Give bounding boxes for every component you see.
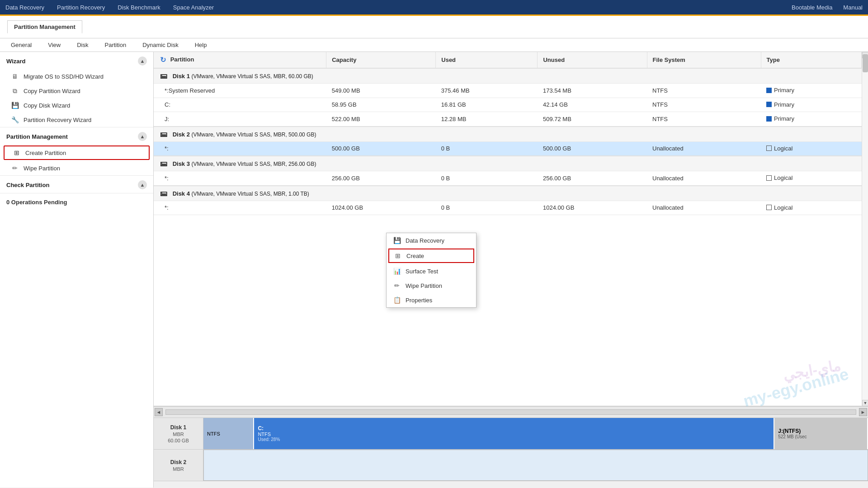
sidebar-check-partition-collapse[interactable]: ▲ xyxy=(138,180,147,189)
wipe-partition-icon: ✏ xyxy=(11,164,19,172)
seg-j-label: J:(NTFS) xyxy=(778,428,801,434)
partition-used: 375.46 MB xyxy=(436,84,538,98)
partition-used: 0 B xyxy=(436,201,538,215)
menu-disk[interactable]: Disk xyxy=(73,40,92,50)
context-menu-item-wipe-partition[interactable]: ✏ Wipe Partition xyxy=(387,278,476,293)
sidebar-wizard-label: Wizard xyxy=(6,58,26,65)
disk3-header-cell: 🖴 Disk 3 (VMware, VMware Virtual S SAS, … xyxy=(154,156,862,171)
disk2-viz-label: Disk 2 MBR xyxy=(154,450,203,481)
menu-partition[interactable]: Partition xyxy=(101,40,130,50)
menu-view[interactable]: View xyxy=(44,40,64,50)
partition-type: Primary xyxy=(761,84,861,98)
top-nav-bar: Data Recovery Partition Recovery Disk Be… xyxy=(0,0,868,14)
menu-general[interactable]: General xyxy=(7,40,35,50)
partition-seg-unalloc-d2[interactable] xyxy=(203,450,868,481)
menu-dynamic-disk[interactable]: Dynamic Disk xyxy=(139,40,182,50)
partition-capacity: 58.95 GB xyxy=(326,98,436,112)
partition-seg-c[interactable]: C: NTFS Used: 28% xyxy=(254,418,774,449)
context-menu-item-properties[interactable]: 📋 Properties xyxy=(387,293,476,307)
scroll-thumb[interactable] xyxy=(863,54,868,72)
sidebar-check-partition-header: Check Partition ▲ xyxy=(0,175,153,193)
disk2-info: (VMware, VMware Virtual S SAS, MBR, 500.… xyxy=(192,131,316,138)
disk-viz-scroll-right[interactable]: ► xyxy=(859,408,867,416)
disk-viz-scroll-track[interactable] xyxy=(165,409,856,415)
partition-seg-system[interactable]: NTFS xyxy=(203,418,254,449)
partition-type: Primary xyxy=(761,112,861,127)
sidebar-migrate-os-label: Migrate OS to SSD/HD Wizard xyxy=(24,73,104,80)
disk-viz-scrollbar-header: ◄ ► xyxy=(154,407,868,418)
sidebar-item-copy-disk[interactable]: 💾 Copy Disk Wizard xyxy=(0,98,153,113)
table-wrapper: ↻ Partition Capacity Used Unused File Sy… xyxy=(154,52,868,406)
nav-space-analyzer[interactable]: Space Analyzer xyxy=(173,4,214,11)
disk1-viz-type: MBR xyxy=(173,432,184,437)
nav-bootable-media[interactable]: Bootable Media xyxy=(792,4,832,11)
data-recovery-icon: 💾 xyxy=(393,237,401,244)
disk2-label: Disk 2 xyxy=(173,131,190,138)
partition-unused: 42.14 GB xyxy=(538,98,647,112)
sidebar-item-wipe-partition[interactable]: ✏ Wipe Partition xyxy=(0,161,153,175)
disk4-label: Disk 4 xyxy=(173,190,190,197)
partition-name: *: xyxy=(154,201,326,215)
disk2-viz-row: Disk 2 MBR xyxy=(154,450,868,481)
context-menu-surface-test-label: Surface Test xyxy=(406,268,438,275)
sidebar-item-migrate-os[interactable]: 🖥 Migrate OS to SSD/HD Wizard xyxy=(0,69,153,84)
sidebar-item-create-partition[interactable]: ⊞ Create Partition xyxy=(4,145,150,160)
table-row[interactable]: C: 58.95 GB 16.81 GB 42.14 GB NTFS Prima… xyxy=(154,98,862,112)
disk-icon: 🖴 xyxy=(160,189,167,197)
surface-test-icon: 📊 xyxy=(393,267,401,275)
sidebar-wizard-collapse[interactable]: ▲ xyxy=(138,56,147,66)
refresh-icon[interactable]: ↻ xyxy=(160,56,166,64)
create-icon: ⊞ xyxy=(394,252,402,259)
disk1-viz-row: Disk 1 MBR 60.00 GB NTFS C: NTFS Used: 2… xyxy=(154,418,868,450)
sidebar-partition-mgmt-collapse[interactable]: ▲ xyxy=(138,132,147,141)
wipe-icon: ✏ xyxy=(393,282,401,289)
context-menu-item-data-recovery[interactable]: 💾 Data Recovery xyxy=(387,233,476,248)
col-partition: ↻ Partition xyxy=(154,52,326,68)
create-partition-icon: ⊞ xyxy=(13,149,21,157)
table-row[interactable]: J: 522.00 MB 12.28 MB 509.72 MB NTFS Pri… xyxy=(154,112,862,127)
sidebar-copy-disk-label: Copy Disk Wizard xyxy=(24,102,70,109)
disk-viz-scroll-left[interactable]: ◄ xyxy=(155,408,163,416)
disk-icon: 🖴 xyxy=(160,160,167,167)
seg-j-usage: 522 MB (Usec xyxy=(778,434,807,439)
table-scrollbar[interactable]: ▲ ▼ xyxy=(862,52,868,406)
disk1-header-cell: 🖴 Disk 1 (VMware, VMware Virtual S SAS, … xyxy=(154,68,862,84)
context-menu-item-create[interactable]: ⊞ Create xyxy=(388,249,474,263)
partition-type: Logical xyxy=(761,201,861,215)
top-nav-right: Bootable Media Manual xyxy=(792,4,863,11)
nav-disk-benchmark[interactable]: Disk Benchmark xyxy=(118,4,160,11)
partition-fs: Unallocated xyxy=(647,141,761,156)
col-unused: Unused xyxy=(538,52,647,68)
disk1-header-row: 🖴 Disk 1 (VMware, VMware Virtual S SAS, … xyxy=(154,68,862,84)
disk3-label: Disk 3 xyxy=(173,160,190,167)
context-menu-data-recovery-label: Data Recovery xyxy=(406,237,444,244)
partition-used: 0 B xyxy=(436,141,538,156)
menu-help[interactable]: Help xyxy=(191,40,211,50)
properties-icon: 📋 xyxy=(393,296,401,304)
partition-seg-j[interactable]: J:(NTFS) 522 MB (Usec xyxy=(774,418,868,449)
partition-unused: 509.72 MB xyxy=(538,112,647,127)
table-row[interactable]: *:System Reserved 549.00 MB 375.46 MB 17… xyxy=(154,84,862,98)
type-icon xyxy=(766,116,772,122)
scroll-down-arrow[interactable]: ▼ xyxy=(862,400,868,406)
sidebar-item-copy-partition[interactable]: ⧉ Copy Partition Wizard xyxy=(0,84,153,98)
context-menu-item-surface-test[interactable]: 📊 Surface Test xyxy=(387,264,476,278)
table-row[interactable]: *: 500.00 GB 0 B 500.00 GB Unallocated L… xyxy=(154,141,862,156)
sidebar-item-partition-recovery-wizard[interactable]: 🔧 Partition Recovery Wizard xyxy=(0,113,153,127)
disk2-partitions xyxy=(203,450,868,481)
partition-type: Logical xyxy=(761,171,861,186)
partition-capacity: 500.00 GB xyxy=(326,141,436,156)
sidebar: Wizard ▲ 🖥 Migrate OS to SSD/HD Wizard ⧉… xyxy=(0,52,154,488)
table-row[interactable]: *: 256.00 GB 0 B 256.00 GB Unallocated L… xyxy=(154,171,862,186)
partition-unused: 500.00 GB xyxy=(538,141,647,156)
partition-management-tab[interactable]: Partition Management xyxy=(7,20,82,33)
sidebar-operations-pending: 0 Operations Pending xyxy=(0,193,153,211)
partition-name: J: xyxy=(154,112,326,127)
table-row[interactable]: *: 1024.00 GB 0 B 1024.00 GB Unallocated… xyxy=(154,201,862,215)
nav-manual[interactable]: Manual xyxy=(843,4,863,11)
nav-data-recovery[interactable]: Data Recovery xyxy=(5,4,44,11)
disk-icon: 🖴 xyxy=(160,72,167,80)
sidebar-wizard-header: Wizard ▲ xyxy=(0,52,153,69)
nav-partition-recovery[interactable]: Partition Recovery xyxy=(57,4,105,11)
partition-used: 0 B xyxy=(436,171,538,186)
